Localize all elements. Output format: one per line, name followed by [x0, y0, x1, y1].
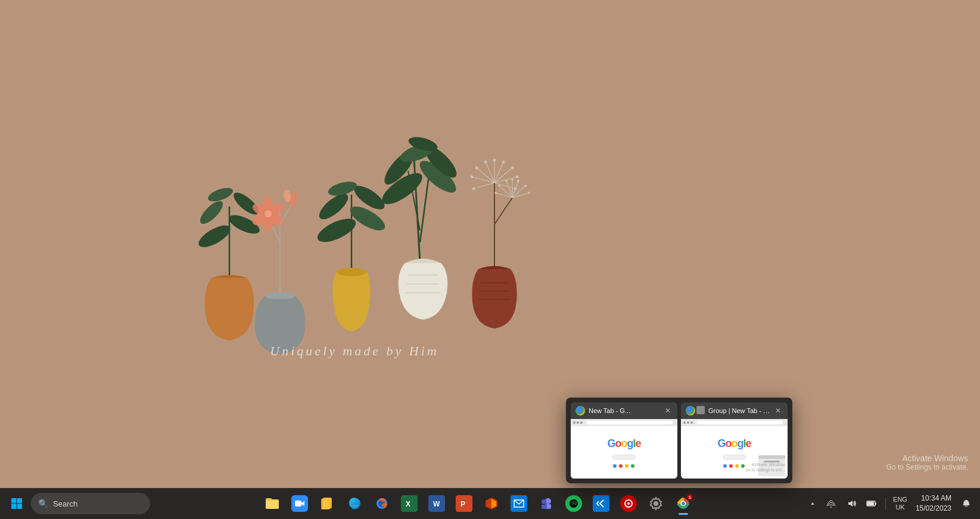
- google-logo-mini-2: Google: [717, 437, 751, 450]
- svg-line-43: [494, 162, 503, 183]
- windows-logo-icon: [11, 498, 23, 509]
- mini-dot: [690, 421, 693, 424]
- spotify-icon: [565, 495, 582, 512]
- app-powerpoint[interactable]: P: [451, 490, 477, 517]
- chrome-tab-1-close[interactable]: ✕: [663, 406, 673, 415]
- tray-date: 15/02/2023: [916, 504, 951, 514]
- powerpoint-icon: P: [456, 495, 472, 512]
- google-dots-mini-2: [723, 464, 745, 468]
- tray-volume-icon[interactable]: [842, 493, 860, 514]
- svg-point-15: [265, 210, 272, 217]
- svg-point-53: [511, 167, 514, 170]
- desktop: Uniquely made by Him Activate Windows Go…: [0, 0, 980, 519]
- chrome-tab-1-title: New Tab - G...: [589, 407, 659, 414]
- svg-point-66: [498, 185, 500, 187]
- svg-point-96: [627, 502, 630, 505]
- app-spotify[interactable]: [561, 490, 587, 517]
- svg-point-54: [516, 176, 519, 179]
- tray-time: 10:34 AM: [921, 493, 951, 504]
- chrome-tab-1-header: New Tab - G... ✕: [571, 402, 677, 419]
- chrome-preview-popup: New Tab - G... ✕ Google: [566, 398, 792, 483]
- svg-point-69: [517, 180, 519, 182]
- svg-point-72: [494, 192, 497, 194]
- activate-windows-notice: Activate Windows Go to Settings to activ…: [886, 454, 968, 471]
- app-edge[interactable]: [341, 490, 368, 517]
- app-zoom[interactable]: [287, 490, 313, 517]
- search-label: Search: [53, 499, 77, 508]
- svg-point-57: [472, 187, 475, 190]
- taskbar: 🔍 Search: [0, 488, 980, 519]
- tray-language-code: ENG: [893, 496, 907, 504]
- svg-point-52: [502, 161, 505, 164]
- zoom-icon: [291, 495, 308, 512]
- app-excel[interactable]: X: [396, 490, 422, 517]
- svg-point-93: [542, 499, 546, 504]
- google-mini-page-2: Google: [681, 419, 788, 479]
- app-settings[interactable]: [643, 490, 669, 517]
- svg-point-71: [528, 192, 530, 194]
- svg-text:W: W: [433, 500, 440, 508]
- svg-point-4: [231, 189, 262, 218]
- svg-point-3: [197, 198, 226, 227]
- mini-dot: [573, 421, 575, 424]
- google-dot: [625, 464, 629, 468]
- excel-icon: X: [401, 495, 418, 512]
- svg-point-67: [505, 180, 508, 182]
- svg-rect-103: [875, 503, 876, 505]
- app-mail[interactable]: [506, 490, 532, 517]
- chrome-tab-2-header: Group | New Tab - Google ... ✕: [681, 402, 788, 419]
- app-files[interactable]: [314, 490, 340, 517]
- firefox-icon: [374, 495, 390, 512]
- svg-text:P: P: [461, 500, 465, 508]
- taskbar-search[interactable]: 🔍 Search: [31, 493, 150, 514]
- app-file-explorer[interactable]: [259, 490, 285, 517]
- activate-overlay-subtitle: Go to Settings to acti...: [745, 468, 785, 473]
- app-teams[interactable]: [533, 490, 559, 517]
- panzoid-icon: [620, 495, 637, 512]
- svg-line-41: [486, 162, 494, 183]
- chrome-preview-tab-1[interactable]: New Tab - G... ✕ Google: [571, 402, 677, 479]
- app-firefox[interactable]: [369, 490, 395, 517]
- edge-icon: [346, 495, 363, 512]
- mail-icon: [511, 495, 527, 512]
- chrome-tab-1-thumbnail: Google: [571, 419, 677, 479]
- mini-dot: [577, 421, 579, 424]
- svg-text:X: X: [406, 500, 410, 508]
- chrome-preview-tab-2[interactable]: Group | New Tab - Google ... ✕: [681, 402, 788, 479]
- chrome-tab-2-close[interactable]: ✕: [773, 406, 783, 415]
- start-button[interactable]: [5, 492, 29, 515]
- tray-battery-icon[interactable]: [863, 493, 881, 514]
- activate-overlay-title: Activate Window: [745, 462, 785, 468]
- svg-point-50: [484, 161, 487, 164]
- tray-language[interactable]: ENG UK: [891, 495, 910, 512]
- app-word[interactable]: W: [424, 490, 450, 517]
- svg-rect-77: [11, 498, 17, 504]
- wallpaper-illustration: Uniquely made by Him: [158, 135, 587, 361]
- teams-icon: [538, 495, 555, 512]
- chrome-tab-2-title: Group | New Tab - Google ...: [708, 407, 770, 414]
- app-chrome[interactable]: 1: [670, 490, 696, 517]
- tray-network-icon[interactable]: [822, 493, 840, 514]
- tray-expand-button[interactable]: [805, 493, 820, 514]
- chrome-tab-1-favicon: [575, 406, 585, 415]
- search-icon: 🔍: [38, 499, 48, 508]
- chrome-tab-2-favicon-2: [696, 406, 705, 414]
- tray-separator: [885, 498, 886, 509]
- word-icon: W: [428, 495, 445, 512]
- chrome-icon-wrapper: 1: [675, 495, 692, 512]
- app-panzoid[interactable]: [615, 490, 642, 517]
- svg-line-48: [474, 183, 494, 189]
- tray-datetime[interactable]: 10:34 AM 15/02/2023: [912, 492, 955, 515]
- dev-icon: [593, 495, 609, 512]
- google-dot-2: [723, 464, 727, 468]
- google-search-bar-mini-2: [723, 455, 746, 459]
- app-office[interactable]: [478, 490, 505, 517]
- vases-svg: Uniquely made by Him: [158, 135, 587, 361]
- svg-point-51: [493, 159, 496, 162]
- file-explorer-icon: [264, 495, 281, 512]
- google-dot-2: [735, 464, 739, 468]
- tray-notifications-icon[interactable]: [957, 493, 975, 514]
- svg-rect-80: [17, 504, 23, 509]
- app-dev[interactable]: [588, 490, 614, 517]
- files-icon: [319, 495, 335, 512]
